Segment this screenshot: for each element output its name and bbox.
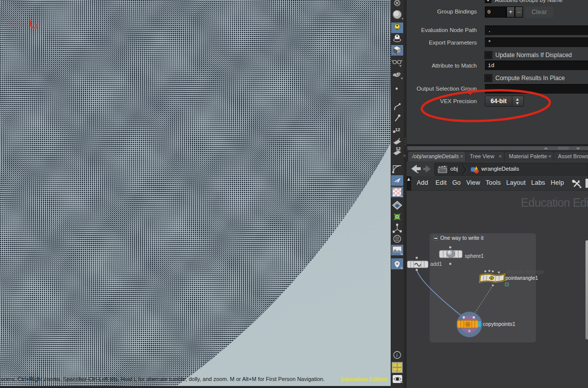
svg-text:12: 12 <box>395 127 400 132</box>
svg-text:12: 12 <box>396 146 401 151</box>
svg-text:i: i <box>396 352 398 358</box>
